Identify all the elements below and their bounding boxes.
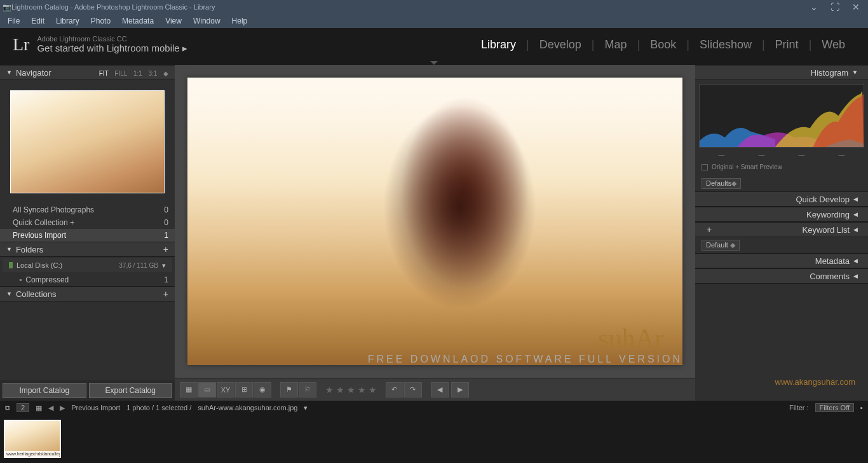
module-library[interactable]: Library xyxy=(471,38,526,52)
navigator-label: Navigator xyxy=(16,68,51,78)
menu-bar: File Edit Library Photo Metadata View Wi… xyxy=(0,14,868,28)
zoom-fit[interactable]: FIT xyxy=(99,70,109,77)
flag-reject-button[interactable]: ⚐ xyxy=(299,382,316,397)
preview-status-icon xyxy=(702,164,708,170)
rotate-cw-button[interactable]: ↷ xyxy=(404,382,422,397)
module-slideshow[interactable]: Slideshow xyxy=(689,38,762,52)
volume-size: 37,6 / 111 GB xyxy=(119,262,158,269)
import-catalog-button[interactable]: Import Catalog xyxy=(3,383,86,398)
source-label[interactable]: Previous Import xyxy=(71,404,120,411)
catalog-all-synced[interactable]: All Synced Photographs0 xyxy=(0,204,175,216)
metadata-label: Metadata xyxy=(815,256,850,266)
keywording-label: Keywording xyxy=(806,210,850,219)
filename-label[interactable]: suhAr-www.akangsuhar.com.jpg xyxy=(198,404,297,411)
folder-icon: ▪ xyxy=(19,275,22,284)
metadata-header[interactable]: Metadata◀ xyxy=(695,253,868,268)
survey-view-button[interactable]: ⊞ xyxy=(235,382,253,397)
compare-view-button[interactable]: XY xyxy=(217,382,234,397)
brand-name: Adobe Lightroom Classic CC xyxy=(37,35,187,43)
menu-photo[interactable]: Photo xyxy=(86,15,116,27)
app-icon: 📷 xyxy=(3,3,11,11)
preview-status-label: Original + Smart Preview xyxy=(712,163,782,170)
menu-view[interactable]: View xyxy=(160,15,187,27)
flag-pick-button[interactable]: ⚑ xyxy=(280,382,298,397)
folder-count: 1 xyxy=(164,275,168,284)
module-print[interactable]: Print xyxy=(765,38,809,52)
module-map[interactable]: Map xyxy=(594,38,637,52)
folders-label: Folders xyxy=(16,245,43,254)
comments-header[interactable]: Comments◀ xyxy=(695,268,868,284)
module-book[interactable]: Book xyxy=(640,38,686,52)
folders-header[interactable]: ▼Folders + xyxy=(0,242,175,257)
nav-next-button[interactable]: ▶ xyxy=(451,382,469,397)
rotate-ccw-button[interactable]: ↶ xyxy=(386,382,403,397)
second-monitor-icon[interactable]: ⧉ xyxy=(5,404,10,412)
mobile-prompt[interactable]: Get started with Lightroom mobile ▸ xyxy=(37,43,187,54)
photo-stats: 1 photo / 1 selected / xyxy=(126,404,191,411)
nav-fwd-icon[interactable]: ▶ xyxy=(60,404,65,412)
zoom-11[interactable]: 1:1 xyxy=(133,70,142,77)
comments-label: Comments xyxy=(810,272,850,281)
window-title: Lightroom Catalog - Adobe Photoshop Ligh… xyxy=(11,3,215,11)
chevron-down-icon[interactable]: ▾ xyxy=(162,261,166,270)
filter-dropdown[interactable]: Filters Off xyxy=(815,403,854,412)
collections-header[interactable]: ▼Collections + xyxy=(0,286,175,301)
filter-lock-icon[interactable]: ▪ xyxy=(860,404,863,411)
navigator-header[interactable]: ▼ Navigator FIT FILL 1:1 3:1 ◆ xyxy=(0,65,175,80)
keyword-list-header[interactable]: + Keyword List◀ xyxy=(695,222,868,237)
volume-name: Local Disk (C:) xyxy=(17,261,62,269)
filter-label: Filter : xyxy=(789,404,809,411)
nav-back-icon[interactable]: ◀ xyxy=(48,404,53,412)
module-develop[interactable]: Develop xyxy=(529,38,592,52)
rating-stars[interactable]: ★ ★ ★ ★ ★ xyxy=(325,385,377,395)
histogram-label: Histogram xyxy=(811,68,848,78)
watermark-url: www.akangsuhar.com xyxy=(775,377,855,387)
zoom-31[interactable]: 3:1 xyxy=(148,70,157,77)
add-keyword-icon[interactable]: + xyxy=(707,225,712,235)
quick-develop-label: Quick Develop xyxy=(796,195,850,204)
chevron-down-icon[interactable]: ▾ xyxy=(304,404,308,412)
minimize-icon[interactable]: ⌄ xyxy=(804,2,824,12)
second-monitor-page[interactable]: 2 xyxy=(17,403,29,412)
close-icon[interactable]: ✕ xyxy=(846,2,865,12)
catalog-previous-import[interactable]: Previous Import1 xyxy=(0,229,175,242)
export-catalog-button[interactable]: Export Catalog xyxy=(89,383,173,398)
catalog-quick-collection[interactable]: Quick Collection +0 xyxy=(0,216,175,229)
collections-label: Collections xyxy=(16,289,57,299)
quick-develop-preset[interactable]: Defaults◆ xyxy=(702,178,741,189)
app-logo: Lr xyxy=(13,34,29,55)
volume-row[interactable]: Local Disk (C:) 37,6 / 111 GB ▾ xyxy=(3,258,172,272)
add-folder-icon[interactable]: + xyxy=(163,244,168,254)
filmstrip: www.heritagechristiancollege.com xyxy=(0,415,868,463)
nav-prev-button[interactable]: ◀ xyxy=(431,382,449,397)
grid-view-button[interactable]: ▦ xyxy=(180,382,198,397)
module-web[interactable]: Web xyxy=(811,38,855,52)
navigator-preview[interactable] xyxy=(0,80,175,204)
menu-library[interactable]: Library xyxy=(51,15,85,27)
main-photo-view[interactable]: suhAr xyxy=(187,78,682,365)
loupe-view-button[interactable]: ▭ xyxy=(198,382,216,397)
zoom-more-icon[interactable]: ◆ xyxy=(163,70,168,77)
keyword-list-label: Keyword List xyxy=(803,225,850,235)
metadata-preset[interactable]: Default◆ xyxy=(702,240,740,251)
keywording-header[interactable]: Keywording◀ xyxy=(695,207,868,222)
filmstrip-thumb[interactable]: www.heritagechristiancollege.com xyxy=(4,420,61,458)
maximize-icon[interactable]: ⛶ xyxy=(825,2,844,12)
histogram-header[interactable]: Histogram ▼ xyxy=(695,65,868,80)
folder-row[interactable]: ▪ Compressed 1 xyxy=(0,273,175,286)
view-toolbar: ▦ ▭ XY ⊞ ◉ ⚑ ⚐ ★ ★ ★ ★ ★ ↶ ↷ ◀ ▶ xyxy=(175,378,695,401)
menu-file[interactable]: File xyxy=(3,15,25,27)
menu-edit[interactable]: Edit xyxy=(26,15,50,27)
grid-toggle-icon[interactable]: ▦ xyxy=(36,404,42,412)
menu-help[interactable]: Help xyxy=(227,15,253,27)
menu-window[interactable]: Window xyxy=(188,15,226,27)
people-view-button[interactable]: ◉ xyxy=(254,382,271,397)
add-collection-icon[interactable]: + xyxy=(163,289,168,299)
volume-status-icon xyxy=(9,262,13,268)
menu-metadata[interactable]: Metadata xyxy=(117,15,159,27)
histogram-display[interactable] xyxy=(699,84,864,148)
zoom-fill[interactable]: FILL xyxy=(114,70,127,77)
module-picker: Library| Develop| Map| Book| Slideshow| … xyxy=(471,38,855,52)
watermark-brand: suhAr xyxy=(598,323,663,354)
quick-develop-header[interactable]: Quick Develop◀ xyxy=(695,191,868,207)
